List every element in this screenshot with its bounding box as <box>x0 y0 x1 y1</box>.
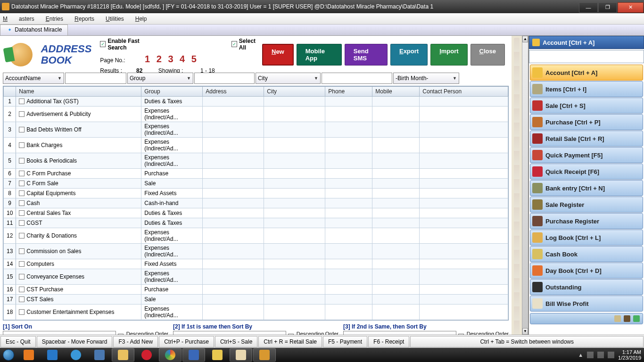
row-checkbox[interactable] <box>19 200 25 206</box>
rpanel-item[interactable]: Outstanding <box>530 279 643 295</box>
col-name[interactable]: Name <box>16 87 141 97</box>
rpanel-item[interactable]: Sale Register <box>530 197 643 213</box>
mobile-app-button[interactable]: Mobile App <box>297 44 342 66</box>
rpanel-item[interactable]: Retail Sale [Ctrl + R] <box>530 131 643 147</box>
col-contact[interactable]: Contact Person <box>420 87 508 97</box>
filter-accountname-select[interactable]: AccountName▼ <box>3 73 64 84</box>
select-all-checkbox[interactable]: ✓Select All <box>231 38 262 51</box>
table-row[interactable]: 18Customer Entertainment ExpensesExpense… <box>4 304 508 320</box>
row-checkbox[interactable] <box>19 309 25 315</box>
table-row[interactable]: 3Bad Debts Written OffExpenses (Indirect… <box>4 122 508 138</box>
rpanel-item[interactable]: Items [Ctrl + I] <box>530 81 643 97</box>
table-row[interactable]: 4Bank ChargesExpenses (Indirect/Ad... <box>4 138 508 153</box>
col-group[interactable]: Group <box>141 87 203 97</box>
new-button[interactable]: New <box>262 44 294 66</box>
table-row[interactable]: 5Books & PeriodicalsExpenses (Indirect/A… <box>4 153 508 169</box>
scroll-up-icon[interactable]: ▲ <box>522 36 528 42</box>
table-row[interactable]: 11CGSTDuties & Taxes <box>4 218 508 228</box>
row-checkbox[interactable] <box>19 296 25 302</box>
vertical-scrollbar[interactable]: ▲ ▼ <box>522 36 528 335</box>
table-row[interactable]: 8Capital EquipmentsFixed Assets <box>4 189 508 198</box>
col-rownum[interactable] <box>4 87 16 97</box>
footer-icon-1[interactable] <box>614 315 621 322</box>
col-mobile[interactable]: Mobile <box>372 87 420 97</box>
minimize-button[interactable]: — <box>579 2 598 13</box>
row-checkbox[interactable] <box>19 233 25 239</box>
row-checkbox[interactable] <box>19 220 25 226</box>
row-checkbox[interactable] <box>19 181 25 186</box>
menu-utilities[interactable]: Utilities <box>106 16 124 22</box>
enable-fast-search-checkbox[interactable]: ✓Enable Fast Search <box>100 38 156 51</box>
taskbar-app-word[interactable] <box>182 348 205 362</box>
sb-ctrlr[interactable]: Ctrl + R = Retail Sale <box>258 336 322 347</box>
taskbar-app-chrome[interactable] <box>159 348 182 362</box>
filter-birthmonth-select[interactable]: -Birth Month-▼ <box>393 73 459 84</box>
import-button[interactable]: Import <box>430 44 467 66</box>
menu-reports[interactable]: Reports <box>74 16 94 22</box>
footer-icon-3[interactable] <box>633 315 640 322</box>
table-row[interactable]: 14ComputersFixed Assets <box>4 259 508 269</box>
sb-f6[interactable]: F6 - Receipt <box>368 336 409 347</box>
rpanel-item[interactable]: Sale [Ctrl + S] <box>530 98 643 114</box>
close-window-button[interactable]: ✕ <box>618 2 644 13</box>
row-checkbox[interactable] <box>19 111 25 117</box>
table-row[interactable]: 15Conveyance ExpensesExpenses (Indirect/… <box>4 269 508 285</box>
rpanel-item[interactable]: Account [Ctrl + A] <box>530 65 643 81</box>
tray-flag-icon[interactable] <box>608 352 614 358</box>
table-row[interactable]: 1Additional Tax (GST)Duties & Taxes <box>4 97 508 107</box>
footer-icon-2[interactable] <box>624 315 630 322</box>
row-checkbox[interactable] <box>19 274 25 280</box>
rpanel-item[interactable]: Purchase Register <box>530 213 643 229</box>
tray-show-hidden-icon[interactable]: ▲ <box>578 352 583 358</box>
scroll-down-icon[interactable]: ▼ <box>522 328 528 335</box>
rpanel-item[interactable]: Bill Wise Profit <box>530 296 643 312</box>
taskbar-app-opera[interactable] <box>135 348 158 362</box>
filter-accountname-input[interactable] <box>65 73 126 84</box>
filter-city-select[interactable]: City▼ <box>256 73 321 84</box>
row-checkbox[interactable] <box>19 248 25 254</box>
sb-f3[interactable]: F3 - Add New <box>113 336 158 347</box>
taskbar-app-vlc[interactable] <box>17 348 40 362</box>
rpanel-item[interactable]: Cash Book <box>530 246 643 262</box>
menu-masters[interactable]: Masters <box>3 16 34 22</box>
tray-volume-icon[interactable] <box>597 352 604 358</box>
filter-city-input[interactable] <box>322 73 392 84</box>
close-button[interactable]: Close <box>471 44 505 66</box>
table-row[interactable]: 17CST SalesSale <box>4 295 508 304</box>
sb-esc[interactable]: Esc - Quit <box>0 336 36 347</box>
row-checkbox[interactable] <box>19 210 25 216</box>
row-checkbox[interactable] <box>19 158 25 164</box>
sb-f5[interactable]: F5 - Payment <box>323 336 367 347</box>
menu-entries[interactable]: Entries <box>46 16 63 22</box>
rpanel-item[interactable]: Purchase [Ctrl + P] <box>530 114 643 130</box>
col-phone[interactable]: Phone <box>325 87 372 97</box>
sb-ctrlp[interactable]: Ctrl+P - Purchase <box>159 336 214 347</box>
rpanel-item[interactable]: Day Book [Ctrl + D] <box>530 263 643 279</box>
menu-help[interactable]: Help <box>135 16 147 22</box>
taskbar-app-2[interactable] <box>41 348 64 362</box>
taskbar-clock[interactable]: 1:17 AM 1/23/2019 <box>618 349 641 361</box>
row-checkbox[interactable] <box>19 127 25 132</box>
sb-ctrltab[interactable]: Ctrl + Tab = Switch between windows <box>410 336 644 347</box>
tab-main[interactable]: 🔹 Datotahost Miracle <box>0 25 68 35</box>
maximize-button[interactable]: ❐ <box>598 2 617 13</box>
row-checkbox[interactable] <box>19 99 25 104</box>
tray-network-icon[interactable] <box>587 352 594 358</box>
table-row[interactable]: 16CST PurchasePurchase <box>4 285 508 295</box>
table-row[interactable]: 7C Form SaleSale <box>4 179 508 189</box>
pagination[interactable]: 1 2 3 4 5 <box>145 54 198 64</box>
sb-spacebar[interactable]: Spacebar - Move Forward <box>37 336 113 347</box>
table-row[interactable]: 9CashCash-in-hand <box>4 198 508 208</box>
row-checkbox[interactable] <box>19 287 25 292</box>
taskbar-app-notes[interactable] <box>206 348 229 362</box>
sb-ctrls[interactable]: Ctrl+S - Sale <box>215 336 257 347</box>
taskbar-app-miracle[interactable] <box>253 348 276 362</box>
row-checkbox[interactable] <box>19 261 25 267</box>
table-row[interactable]: 12Charity & DonationsExpenses (Indirect/… <box>4 228 508 244</box>
table-row[interactable]: 6C Form PurchasePurchase <box>4 169 508 179</box>
taskbar-app-paint[interactable] <box>230 348 252 362</box>
taskbar-app-explorer[interactable] <box>112 348 134 362</box>
send-sms-button[interactable]: Send SMS <box>345 44 388 66</box>
row-checkbox[interactable] <box>19 142 25 148</box>
start-button[interactable] <box>0 348 17 362</box>
